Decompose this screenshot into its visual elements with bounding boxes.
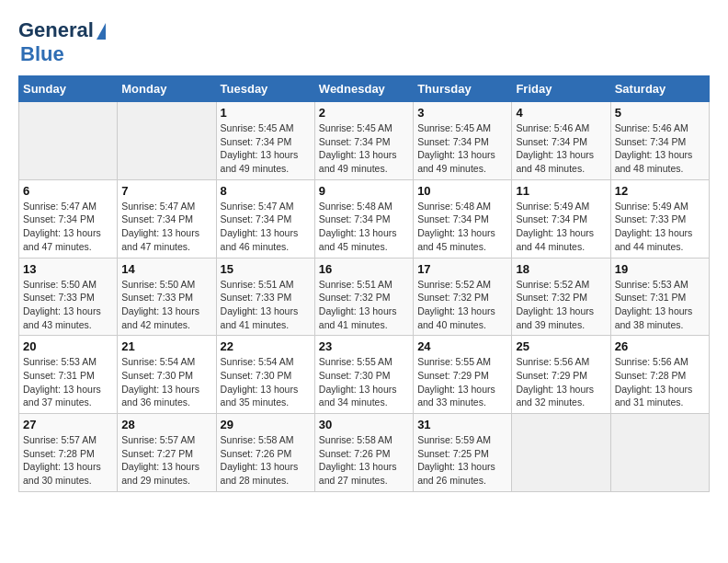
day-number: 15 bbox=[221, 262, 311, 276]
logo: General Blue bbox=[18, 18, 106, 66]
day-cell: 12Sunrise: 5:49 AM Sunset: 7:33 PM Dayli… bbox=[610, 179, 709, 258]
day-cell: 19Sunrise: 5:53 AM Sunset: 7:31 PM Dayli… bbox=[610, 258, 709, 336]
calendar-table: SundayMondayTuesdayWednesdayThursdayFrid… bbox=[18, 75, 710, 492]
day-cell: 3Sunrise: 5:45 AM Sunset: 7:34 PM Daylig… bbox=[414, 102, 512, 180]
day-info: Sunrise: 5:55 AM Sunset: 7:29 PM Dayligh… bbox=[417, 355, 507, 409]
day-info: Sunrise: 5:46 AM Sunset: 7:34 PM Dayligh… bbox=[516, 121, 606, 176]
day-cell: 17Sunrise: 5:52 AM Sunset: 7:32 PM Dayli… bbox=[414, 258, 512, 336]
day-cell: 18Sunrise: 5:52 AM Sunset: 7:32 PM Dayli… bbox=[512, 258, 610, 336]
day-number: 14 bbox=[121, 262, 211, 276]
day-info: Sunrise: 5:57 AM Sunset: 7:27 PM Dayligh… bbox=[121, 433, 211, 488]
logo-text-blue: Blue bbox=[20, 42, 64, 66]
page-header: General Blue bbox=[18, 18, 710, 66]
day-cell: 24Sunrise: 5:55 AM Sunset: 7:29 PM Dayli… bbox=[414, 336, 512, 414]
day-cell: 6Sunrise: 5:47 AM Sunset: 7:34 PM Daylig… bbox=[19, 179, 118, 258]
header-monday: Monday bbox=[118, 76, 216, 102]
day-number: 28 bbox=[121, 418, 211, 431]
day-cell: 2Sunrise: 5:45 AM Sunset: 7:34 PM Daylig… bbox=[314, 102, 413, 180]
day-number: 26 bbox=[615, 339, 705, 353]
day-cell: 4Sunrise: 5:46 AM Sunset: 7:34 PM Daylig… bbox=[512, 102, 610, 180]
header-tuesday: Tuesday bbox=[216, 76, 314, 102]
day-info: Sunrise: 5:54 AM Sunset: 7:30 PM Dayligh… bbox=[221, 355, 311, 409]
day-info: Sunrise: 5:49 AM Sunset: 7:33 PM Dayligh… bbox=[615, 200, 705, 254]
day-info: Sunrise: 5:48 AM Sunset: 7:34 PM Dayligh… bbox=[319, 200, 409, 254]
week-row-5: 27Sunrise: 5:57 AM Sunset: 7:28 PM Dayli… bbox=[19, 414, 710, 492]
header-sunday: Sunday bbox=[19, 76, 118, 102]
day-info: Sunrise: 5:56 AM Sunset: 7:29 PM Dayligh… bbox=[516, 355, 606, 409]
day-info: Sunrise: 5:52 AM Sunset: 7:32 PM Dayligh… bbox=[417, 278, 507, 332]
day-info: Sunrise: 5:58 AM Sunset: 7:26 PM Dayligh… bbox=[221, 433, 311, 488]
day-info: Sunrise: 5:58 AM Sunset: 7:26 PM Dayligh… bbox=[319, 433, 409, 488]
week-row-4: 20Sunrise: 5:53 AM Sunset: 7:31 PM Dayli… bbox=[19, 336, 710, 414]
day-cell: 28Sunrise: 5:57 AM Sunset: 7:27 PM Dayli… bbox=[118, 414, 216, 492]
day-info: Sunrise: 5:55 AM Sunset: 7:30 PM Dayligh… bbox=[319, 355, 409, 409]
day-info: Sunrise: 5:49 AM Sunset: 7:34 PM Dayligh… bbox=[516, 200, 606, 254]
day-number: 7 bbox=[121, 184, 211, 198]
header-friday: Friday bbox=[512, 76, 610, 102]
day-number: 30 bbox=[319, 418, 409, 431]
header-saturday: Saturday bbox=[610, 76, 709, 102]
day-cell bbox=[512, 414, 610, 492]
header-thursday: Thursday bbox=[414, 76, 512, 102]
logo-triangle bbox=[97, 23, 106, 40]
day-cell: 8Sunrise: 5:47 AM Sunset: 7:34 PM Daylig… bbox=[216, 179, 314, 258]
day-info: Sunrise: 5:57 AM Sunset: 7:28 PM Dayligh… bbox=[23, 433, 113, 488]
day-info: Sunrise: 5:47 AM Sunset: 7:34 PM Dayligh… bbox=[121, 200, 211, 254]
day-number: 25 bbox=[516, 339, 606, 353]
day-number: 21 bbox=[121, 339, 211, 353]
day-info: Sunrise: 5:45 AM Sunset: 7:34 PM Dayligh… bbox=[319, 121, 409, 176]
day-number: 22 bbox=[221, 339, 311, 353]
day-cell: 21Sunrise: 5:54 AM Sunset: 7:30 PM Dayli… bbox=[118, 336, 216, 414]
day-cell bbox=[19, 102, 118, 180]
day-cell bbox=[610, 414, 709, 492]
day-number: 3 bbox=[417, 106, 507, 120]
day-number: 8 bbox=[221, 184, 311, 198]
day-number: 9 bbox=[319, 184, 409, 198]
day-number: 4 bbox=[516, 106, 606, 120]
day-info: Sunrise: 5:50 AM Sunset: 7:33 PM Dayligh… bbox=[121, 278, 211, 332]
day-number: 2 bbox=[319, 106, 409, 120]
day-number: 18 bbox=[516, 262, 606, 276]
day-number: 1 bbox=[221, 106, 311, 120]
day-cell: 11Sunrise: 5:49 AM Sunset: 7:34 PM Dayli… bbox=[512, 179, 610, 258]
day-cell: 26Sunrise: 5:56 AM Sunset: 7:28 PM Dayli… bbox=[610, 336, 709, 414]
day-number: 16 bbox=[319, 262, 409, 276]
week-row-1: 1Sunrise: 5:45 AM Sunset: 7:34 PM Daylig… bbox=[19, 102, 710, 180]
day-number: 12 bbox=[615, 184, 705, 198]
day-cell bbox=[118, 102, 216, 180]
day-info: Sunrise: 5:47 AM Sunset: 7:34 PM Dayligh… bbox=[23, 200, 113, 254]
day-number: 31 bbox=[417, 418, 507, 431]
day-info: Sunrise: 5:56 AM Sunset: 7:28 PM Dayligh… bbox=[615, 355, 705, 409]
day-cell: 7Sunrise: 5:47 AM Sunset: 7:34 PM Daylig… bbox=[118, 179, 216, 258]
day-number: 17 bbox=[417, 262, 507, 276]
week-row-3: 13Sunrise: 5:50 AM Sunset: 7:33 PM Dayli… bbox=[19, 258, 710, 336]
week-row-2: 6Sunrise: 5:47 AM Sunset: 7:34 PM Daylig… bbox=[19, 179, 710, 258]
day-number: 27 bbox=[23, 418, 113, 431]
header-wednesday: Wednesday bbox=[314, 76, 413, 102]
day-cell: 13Sunrise: 5:50 AM Sunset: 7:33 PM Dayli… bbox=[19, 258, 118, 336]
day-cell: 10Sunrise: 5:48 AM Sunset: 7:34 PM Dayli… bbox=[414, 179, 512, 258]
day-cell: 5Sunrise: 5:46 AM Sunset: 7:34 PM Daylig… bbox=[610, 102, 709, 180]
day-info: Sunrise: 5:51 AM Sunset: 7:32 PM Dayligh… bbox=[319, 278, 409, 332]
day-info: Sunrise: 5:53 AM Sunset: 7:31 PM Dayligh… bbox=[23, 355, 113, 409]
day-info: Sunrise: 5:51 AM Sunset: 7:33 PM Dayligh… bbox=[221, 278, 311, 332]
day-cell: 9Sunrise: 5:48 AM Sunset: 7:34 PM Daylig… bbox=[314, 179, 413, 258]
day-number: 13 bbox=[23, 262, 113, 276]
day-cell: 30Sunrise: 5:58 AM Sunset: 7:26 PM Dayli… bbox=[314, 414, 413, 492]
day-info: Sunrise: 5:52 AM Sunset: 7:32 PM Dayligh… bbox=[516, 278, 606, 332]
day-cell: 14Sunrise: 5:50 AM Sunset: 7:33 PM Dayli… bbox=[118, 258, 216, 336]
day-cell: 15Sunrise: 5:51 AM Sunset: 7:33 PM Dayli… bbox=[216, 258, 314, 336]
day-cell: 25Sunrise: 5:56 AM Sunset: 7:29 PM Dayli… bbox=[512, 336, 610, 414]
day-number: 11 bbox=[516, 184, 606, 198]
day-cell: 29Sunrise: 5:58 AM Sunset: 7:26 PM Dayli… bbox=[216, 414, 314, 492]
day-info: Sunrise: 5:47 AM Sunset: 7:34 PM Dayligh… bbox=[221, 200, 311, 254]
day-info: Sunrise: 5:48 AM Sunset: 7:34 PM Dayligh… bbox=[417, 200, 507, 254]
day-number: 10 bbox=[417, 184, 507, 198]
day-info: Sunrise: 5:50 AM Sunset: 7:33 PM Dayligh… bbox=[23, 278, 113, 332]
day-cell: 27Sunrise: 5:57 AM Sunset: 7:28 PM Dayli… bbox=[19, 414, 118, 492]
day-cell: 16Sunrise: 5:51 AM Sunset: 7:32 PM Dayli… bbox=[314, 258, 413, 336]
logo-text-general: General bbox=[18, 18, 94, 42]
day-info: Sunrise: 5:59 AM Sunset: 7:25 PM Dayligh… bbox=[417, 433, 507, 488]
day-number: 20 bbox=[23, 339, 113, 353]
day-number: 29 bbox=[221, 418, 311, 431]
